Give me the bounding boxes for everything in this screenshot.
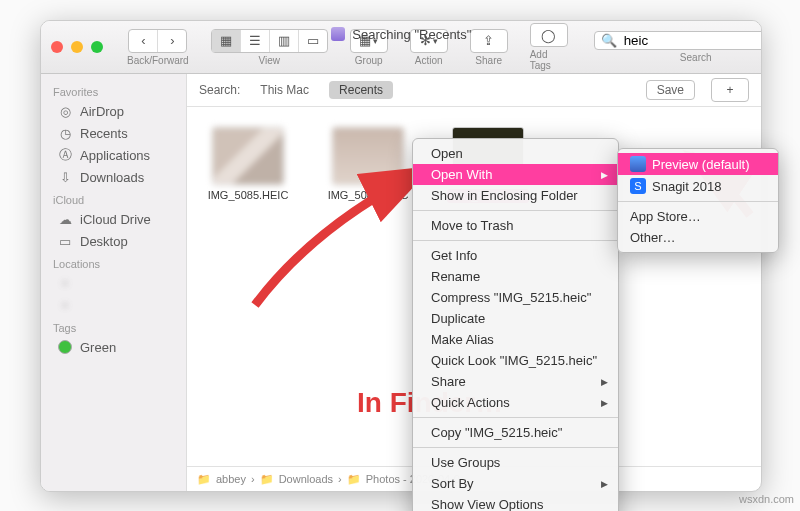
- desktop-icon: ▭: [57, 233, 73, 249]
- icon: •: [57, 297, 73, 313]
- cm-quick-look-img-5215-heic[interactable]: Quick Look "IMG_5215.heic": [413, 350, 618, 371]
- cm-use-groups[interactable]: Use Groups: [413, 452, 618, 473]
- sidebar-item-downloads[interactable]: ⇩Downloads: [45, 166, 182, 188]
- sidebar-group-label: Favorites: [41, 80, 186, 100]
- sidebar-item-desktop[interactable]: ▭Desktop: [45, 230, 182, 252]
- cloud-icon: ☁: [57, 211, 73, 227]
- close-button[interactable]: [51, 41, 63, 53]
- folder-icon: 📁: [347, 473, 361, 486]
- add-rule-button[interactable]: +: [711, 78, 749, 102]
- sm-label: Snagit 2018: [652, 179, 721, 194]
- sidebar-item-hidden[interactable]: •: [45, 294, 182, 316]
- finder-window: Searching "Recents" ‹ › Back/Forward ▦ ☰…: [40, 20, 762, 492]
- cm-open[interactable]: Open: [413, 143, 618, 164]
- sm-snagit-2018[interactable]: SSnagit 2018: [618, 175, 778, 197]
- back-forward-label: Back/Forward: [127, 55, 189, 66]
- cm-duplicate[interactable]: Duplicate: [413, 308, 618, 329]
- action-label: Action: [415, 55, 443, 66]
- view-label: View: [258, 55, 280, 66]
- sidebar: Favorites◎AirDrop◷RecentsⒶApplications⇩D…: [41, 74, 187, 491]
- sidebar-item-label: iCloud Drive: [80, 212, 151, 227]
- scope-label: Search:: [199, 83, 240, 97]
- sidebar-group-label: Locations: [41, 252, 186, 272]
- folder-icon: 📁: [260, 473, 274, 486]
- sm-label: App Store…: [630, 209, 701, 224]
- sidebar-item-airdrop[interactable]: ◎AirDrop: [45, 100, 182, 122]
- watermark: wsxdn.com: [739, 493, 794, 505]
- tags-label: Add Tags: [530, 49, 568, 71]
- sidebar-item-applications[interactable]: ⒶApplications: [45, 144, 182, 166]
- cm-quick-actions[interactable]: Quick Actions: [413, 392, 618, 413]
- sidebar-item-label: AirDrop: [80, 104, 124, 119]
- open-with-submenu: Preview (default)SSnagit 2018App Store…O…: [617, 148, 779, 253]
- file-name: IMG_5086.HEIC: [328, 189, 409, 201]
- sidebar-item-label: Green: [80, 340, 116, 355]
- minimize-button[interactable]: [71, 41, 83, 53]
- file-item[interactable]: IMG_5085.HEIC: [203, 127, 293, 201]
- sm-app-store[interactable]: App Store…: [618, 206, 778, 227]
- scope-recents[interactable]: Recents: [329, 81, 393, 99]
- window-title: Searching "Recents": [41, 27, 761, 42]
- sm-label: Preview (default): [652, 157, 750, 172]
- sidebar-item-green[interactable]: Green: [45, 336, 182, 358]
- app-icon: [630, 156, 646, 172]
- sm-label: Other…: [630, 230, 676, 245]
- sidebar-item-label: Applications: [80, 148, 150, 163]
- icon: •: [57, 275, 73, 291]
- tag-icon: [57, 339, 73, 355]
- app-icon: S: [630, 178, 646, 194]
- file-item[interactable]: IMG_5086.HEIC: [323, 127, 413, 201]
- airdrop-icon: ◎: [57, 103, 73, 119]
- sidebar-item-icloud-drive[interactable]: ☁iCloud Drive: [45, 208, 182, 230]
- sidebar-item-recents[interactable]: ◷Recents: [45, 122, 182, 144]
- sidebar-item-label: Desktop: [80, 234, 128, 249]
- group-label: Group: [355, 55, 383, 66]
- save-search-button[interactable]: Save: [646, 80, 695, 100]
- search-scope-bar: Search: This Mac Recents Save +: [187, 74, 761, 107]
- file-thumbnail: [212, 127, 284, 185]
- clock-icon: ◷: [57, 125, 73, 141]
- folder-icon: 📁: [197, 473, 211, 486]
- path-separator: ›: [251, 473, 255, 485]
- sm-other[interactable]: Other…: [618, 227, 778, 248]
- search-label: Search: [680, 52, 712, 63]
- path-separator: ›: [338, 473, 342, 485]
- scope-this-mac[interactable]: This Mac: [250, 81, 319, 99]
- zoom-button[interactable]: [91, 41, 103, 53]
- cm-move-to-trash[interactable]: Move to Trash: [413, 215, 618, 236]
- sm-preview-default[interactable]: Preview (default): [618, 153, 778, 175]
- context-menu: OpenOpen WithShow in Enclosing FolderMov…: [412, 138, 619, 511]
- sidebar-group-label: Tags: [41, 316, 186, 336]
- cm-compress-img-5215-heic[interactable]: Compress "IMG_5215.heic": [413, 287, 618, 308]
- download-icon: ⇩: [57, 169, 73, 185]
- sidebar-item-label: Downloads: [80, 170, 144, 185]
- cm-show-in-enclosing-folder[interactable]: Show in Enclosing Folder: [413, 185, 618, 206]
- sidebar-item-hidden[interactable]: •: [45, 272, 182, 294]
- sidebar-item-label: Recents: [80, 126, 128, 141]
- app-icon: Ⓐ: [57, 147, 73, 163]
- path-segment[interactable]: abbey: [216, 473, 246, 485]
- cm-show-view-options[interactable]: Show View Options: [413, 494, 618, 511]
- cm-get-info[interactable]: Get Info: [413, 245, 618, 266]
- cm-sort-by[interactable]: Sort By: [413, 473, 618, 494]
- cm-rename[interactable]: Rename: [413, 266, 618, 287]
- folder-glyph-icon: [331, 27, 345, 41]
- file-name: IMG_5085.HEIC: [208, 189, 289, 201]
- path-segment[interactable]: Downloads: [279, 473, 333, 485]
- cm-share[interactable]: Share: [413, 371, 618, 392]
- share-label: Share: [475, 55, 502, 66]
- sidebar-group-label: iCloud: [41, 188, 186, 208]
- cm-make-alias[interactable]: Make Alias: [413, 329, 618, 350]
- cm-open-with[interactable]: Open With: [413, 164, 618, 185]
- cm-copy-img-5215-heic[interactable]: Copy "IMG_5215.heic": [413, 422, 618, 443]
- file-thumbnail: [332, 127, 404, 185]
